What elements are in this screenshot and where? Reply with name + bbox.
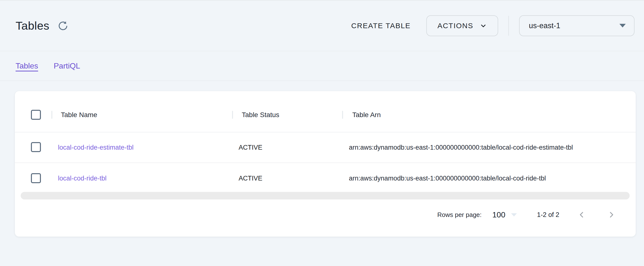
tables-card: Table Name Table Status Table Arn local-… xyxy=(15,91,636,237)
tab-bar: Tables PartiQL xyxy=(0,51,644,81)
region-select[interactable]: us-east-1 xyxy=(519,15,634,36)
table-arn-value: arn:aws:dynamodb:us-east-1:000000000000:… xyxy=(349,175,546,182)
page-title: Tables xyxy=(16,19,50,32)
column-resize-handle xyxy=(51,111,52,119)
region-select-value: us-east-1 xyxy=(529,21,560,30)
next-page-button[interactable] xyxy=(604,207,619,222)
column-resize-handle xyxy=(232,111,233,119)
dropdown-arrow-icon xyxy=(511,213,517,216)
row-checkbox[interactable] xyxy=(31,142,41,152)
chevron-left-icon xyxy=(577,210,586,219)
dropdown-arrow-icon xyxy=(620,24,626,27)
column-resize-handle xyxy=(342,111,343,119)
create-table-button[interactable]: CREATE TABLE xyxy=(346,17,416,34)
refresh-icon xyxy=(58,21,68,31)
pagination-bar: Rows per page: 100 1-2 of 2 xyxy=(15,206,636,224)
page-header: Tables CREATE TABLE ACTIONS us-east-1 xyxy=(0,0,644,51)
select-all-checkbox[interactable] xyxy=(31,110,41,120)
table-row: local-cod-ride-tbl ACTIVE arn:aws:dynamo… xyxy=(15,163,636,193)
title-area: Tables xyxy=(16,0,68,51)
rows-per-page-label: Rows per page: xyxy=(437,211,482,219)
actions-button-label: ACTIONS xyxy=(438,22,473,30)
horizontal-scrollbar[interactable] xyxy=(21,192,630,199)
column-header-table-arn: Table Arn xyxy=(352,111,381,119)
table-header-row: Table Name Table Status Table Arn xyxy=(15,91,636,133)
header-vertical-divider xyxy=(508,16,509,36)
chevron-down-icon xyxy=(480,22,487,29)
chevron-right-icon xyxy=(607,210,616,219)
previous-page-button[interactable] xyxy=(574,207,589,222)
table-name-link[interactable]: local-cod-ride-estimate-tbl xyxy=(58,144,134,151)
header-actions: CREATE TABLE ACTIONS us-east-1 xyxy=(346,0,634,51)
column-header-table-status: Table Status xyxy=(242,111,279,119)
page-range-label: 1-2 of 2 xyxy=(537,211,559,219)
table-status-value: ACTIVE xyxy=(238,175,262,182)
table-row: local-cod-ride-estimate-tbl ACTIVE arn:a… xyxy=(15,133,636,163)
column-header-table-name: Table Name xyxy=(61,111,97,119)
row-checkbox[interactable] xyxy=(31,173,41,183)
refresh-button[interactable] xyxy=(58,20,68,31)
table-status-value: ACTIVE xyxy=(238,144,262,151)
actions-button[interactable]: ACTIONS xyxy=(426,15,498,36)
rows-per-page-value: 100 xyxy=(492,210,505,219)
tab-tables[interactable]: Tables xyxy=(16,61,38,70)
table-arn-value: arn:aws:dynamodb:us-east-1:000000000000:… xyxy=(349,144,573,151)
tab-partiql[interactable]: PartiQL xyxy=(54,61,80,70)
rows-per-page-select[interactable]: 100 xyxy=(491,209,518,221)
table-name-link[interactable]: local-cod-ride-tbl xyxy=(58,175,107,182)
